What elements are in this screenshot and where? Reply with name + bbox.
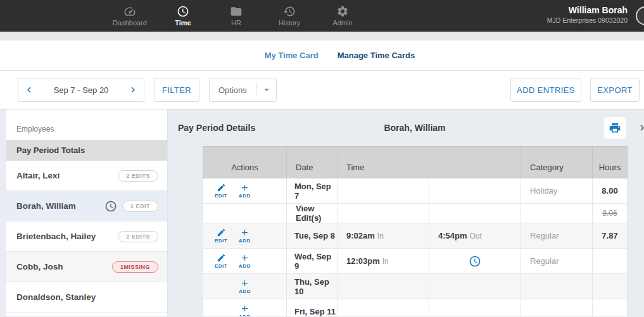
employee-row-altair[interactable]: Altair, Lexi 2 EDITS [6, 161, 167, 191]
employee-badges: 1 EDIT [104, 200, 158, 213]
options-label: Options [218, 85, 247, 95]
time-card-table: Actions Date Time Category Hours EDIT [203, 146, 628, 316]
hours-cell [593, 274, 628, 299]
avatar[interactable] [636, 6, 644, 25]
in-time: 12:03pm [346, 256, 380, 266]
pending-clock-icon[interactable] [469, 255, 481, 268]
view-edits-link[interactable]: View Edit(s) [287, 204, 338, 223]
nav-item-hr[interactable]: HR [210, 0, 263, 32]
employees-heading: Employees [6, 109, 167, 140]
add-entry-button[interactable]: ADD [239, 278, 251, 294]
date-cell: Wed, Sep 9 [287, 249, 338, 274]
time-out-cell [429, 274, 521, 299]
user-company: MJD Enterprises 09032020 [547, 16, 628, 25]
employee-name: Cobb, Josh [16, 262, 63, 271]
employees-sidebar: Employees Pay Period Totals Altair, Lexi… [6, 109, 168, 316]
table-row: ADD Fri, Sep 11 [203, 299, 628, 317]
employee-row-donaldson[interactable]: Donaldson, Stanley [6, 282, 167, 313]
print-button[interactable] [604, 117, 626, 139]
missing-badge: 1MISSING [112, 261, 158, 273]
date-cell: Tue, Sep 8 [287, 223, 338, 249]
hours-cell [593, 249, 628, 274]
date-cell: Mon, Sep 7 [287, 178, 338, 204]
edit-entry-button[interactable]: EDIT [215, 253, 227, 269]
pay-period-navigator: Sep 7 - Sep 20 [18, 78, 144, 102]
category-cell [521, 204, 593, 223]
nav-label-dashboard: Dashboard [113, 19, 147, 27]
add-entry-button[interactable]: ADD [239, 228, 251, 244]
chevron-left-icon[interactable] [23, 84, 35, 96]
user-name: William Borah [547, 4, 628, 16]
gear-icon [336, 5, 349, 18]
out-tag: Out [470, 232, 482, 240]
nav-item-admin[interactable]: Admin [316, 0, 369, 32]
time-in-cell [338, 204, 429, 223]
time-in-cell: 9:02amIn [338, 223, 429, 249]
employee-badges: 1MISSING [112, 261, 158, 273]
table-row: EDIT ADD Tue, Sep 8 9:02amIn 4:54pmOut R… [203, 223, 628, 249]
chevron-right-icon[interactable] [127, 84, 139, 96]
edit-entry-button[interactable]: EDIT [215, 228, 227, 244]
employee-name: Altair, Lexi [16, 171, 60, 180]
time-out-cell [429, 299, 521, 317]
pencil-icon [217, 228, 226, 237]
tab-manage-time-cards[interactable]: Manage Time Cards [338, 51, 415, 60]
panel-collapse-chevron-icon[interactable] [636, 122, 644, 134]
add-entry-button[interactable]: ADD [239, 253, 251, 269]
employee-badges: 2 EDITS [118, 231, 158, 242]
plus-icon [240, 228, 249, 237]
col-header-actions: Actions [203, 147, 287, 178]
pay-period-panel: Pay Period Details Borah, William Action… [168, 109, 644, 316]
nav-label-admin: Admin [332, 19, 352, 27]
out-time: 4:54pm [438, 231, 467, 240]
employee-name: Brietenbach, Hailey [16, 232, 96, 241]
dashboard-gauge-icon [123, 5, 136, 18]
tab-my-time-card[interactable]: My Time Card [265, 51, 319, 60]
time-out-cell [429, 204, 521, 223]
category-cell: Regular [521, 249, 593, 274]
nav-item-time[interactable]: Time [156, 0, 210, 32]
navbar-gap [0, 32, 644, 40]
employee-name: Donaldson, Stanley [16, 292, 96, 302]
employee-row-brietenbach[interactable]: Brietenbach, Hailey 2 EDITS [6, 221, 167, 252]
table-header-row: Actions Date Time Category Hours [203, 147, 628, 178]
nav-label-history: History [279, 19, 300, 27]
export-button[interactable]: EXPORT [590, 78, 640, 102]
nav-label-time: Time [175, 19, 191, 27]
time-in-cell [338, 274, 429, 299]
actions-cell [203, 204, 287, 223]
pending-clock-icon [104, 200, 117, 213]
options-button[interactable]: Options [209, 78, 277, 102]
printer-icon [609, 121, 621, 134]
in-tag: In [382, 257, 389, 266]
actions-cell: EDIT ADD [203, 249, 287, 274]
user-info[interactable]: William Borah MJD Enterprises 09032020 [547, 4, 628, 25]
main-nav: Dashboard Time HR History Admin [103, 0, 369, 32]
col-header-hours: Hours [593, 147, 628, 178]
add-entries-button[interactable]: ADD ENTRIES [510, 78, 581, 102]
chevron-down-icon[interactable] [261, 84, 272, 96]
employee-row-cobb[interactable]: Cobb, Josh 1MISSING [6, 252, 167, 282]
add-label: ADD [239, 289, 251, 294]
table-row: EDIT ADD Mon, Sep 7 Holiday 8.00 [203, 178, 628, 204]
filter-button[interactable]: FILTER [154, 78, 199, 102]
date-cell: Thu, Sep 10 [287, 274, 338, 299]
col-header-category: Category [521, 147, 593, 178]
table-row: EDIT ADD Wed, Sep 9 12:03pmIn Re [203, 249, 628, 274]
add-entry-button[interactable]: ADD [239, 304, 251, 316]
selected-employee-name: Borah, William [203, 123, 627, 133]
nav-item-dashboard[interactable]: Dashboard [103, 0, 156, 32]
add-label: ADD [239, 238, 251, 244]
edit-entry-button[interactable]: EDIT [215, 183, 227, 199]
employee-row-borah[interactable]: Borah, William 1 EDIT [6, 191, 167, 221]
content-area: Employees Pay Period Totals Altair, Lexi… [0, 109, 644, 316]
category-cell [521, 274, 593, 299]
time-in-cell: 12:03pmIn [338, 249, 429, 274]
options-divider [256, 83, 257, 97]
top-navbar: Dashboard Time HR History Admin William … [0, 0, 644, 32]
nav-item-history[interactable]: History [263, 0, 316, 32]
plus-icon [240, 304, 249, 313]
add-entry-button[interactable]: ADD [239, 183, 251, 199]
add-label: ADD [239, 193, 251, 199]
pay-period-totals-item[interactable]: Pay Period Totals [6, 140, 167, 161]
